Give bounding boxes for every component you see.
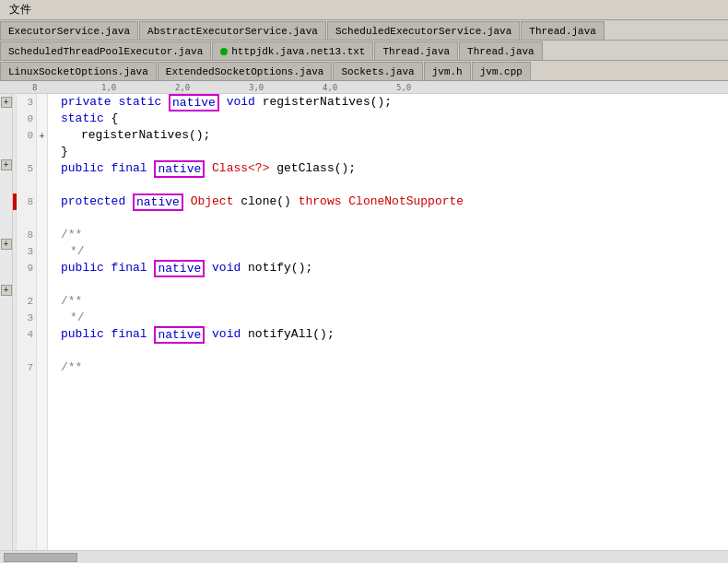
- file-menu[interactable]: 文件: [4, 2, 37, 18]
- tab-abstract-executor[interactable]: AbstractExecutorService.java: [139, 21, 326, 40]
- line-num-3: 0: [17, 127, 36, 144]
- line-num-9: 8: [17, 227, 36, 243]
- tab-row-2: ScheduledThreadPoolExecutor.java httpjdk…: [0, 41, 728, 61]
- code-line-5: public final native Class<?> getClass();: [53, 160, 728, 177]
- tab-thread-1[interactable]: Thread.java: [521, 21, 605, 40]
- tab-httpjdk[interactable]: httpjdk.java.net13.txt: [212, 41, 373, 60]
- fold-row-10: [37, 243, 47, 260]
- line-num-11: 9: [17, 260, 36, 276]
- code-kw-void-1: void: [227, 94, 255, 111]
- tab-sockets[interactable]: Sockets.java: [333, 62, 422, 80]
- code-line-7: protected native Object clone() throws C…: [53, 194, 728, 210]
- code-kw-public4: public: [61, 326, 112, 343]
- code-comment-5: /**: [61, 359, 82, 376]
- modified-dot: [220, 48, 228, 55]
- code-line-14: */: [53, 310, 728, 326]
- code-line-6: [53, 177, 728, 194]
- code-kw-public2: public: [61, 160, 112, 177]
- code-comment-1: /**: [61, 227, 82, 243]
- code-kw-static2: static: [61, 111, 104, 127]
- tab-scheduled-threadpool[interactable]: ScheduledThreadPoolExecutor.java: [0, 41, 211, 60]
- tab-scheduled-executor-service[interactable]: ScheduledExecutorService.java: [327, 21, 520, 40]
- fold-button-2[interactable]: +: [1, 159, 12, 170]
- code-text-2: getClass();: [269, 160, 356, 177]
- code-line-9: /**: [53, 227, 728, 243]
- code-native-box-2: native: [154, 160, 205, 178]
- bottom-scrollbar[interactable]: [0, 550, 728, 563]
- line-num-7: 8: [17, 194, 36, 210]
- code-line-1: private static native void registerNativ…: [53, 94, 728, 111]
- tab-extended-socket[interactable]: ExtendedSocketOptions.java: [158, 62, 333, 80]
- code-line-11: public final native void notify();: [53, 260, 728, 276]
- line-num-13: 2: [17, 293, 36, 310]
- code-kw-final4: final: [112, 326, 155, 343]
- tab-row-3: LinuxSocketOptions.java ExtendedSocketOp…: [0, 61, 728, 81]
- code-space-5: [205, 326, 212, 343]
- line-num-6: [17, 177, 36, 194]
- error-marker: [13, 194, 17, 210]
- error-indicator-bar: [13, 94, 17, 550]
- code-text-3: clone(): [233, 194, 298, 210]
- fold-row-11: [37, 260, 47, 276]
- code-text-5: notifyAll();: [241, 326, 334, 343]
- code-kw-final3: final: [112, 260, 155, 276]
- fold-row-16: [37, 343, 47, 359]
- fold-row-9: [37, 227, 47, 243]
- ruler-mark-0: 8: [32, 83, 37, 92]
- fold-row-15: [37, 326, 47, 343]
- fold-button-1[interactable]: +: [1, 97, 12, 108]
- code-line-3: registerNatives();: [53, 127, 728, 144]
- code-space-4: [205, 260, 212, 276]
- fold-row-8: [37, 210, 47, 227]
- line-num-10: 3: [17, 243, 36, 260]
- fold-button-3[interactable]: +: [1, 239, 12, 250]
- line-num-17: 7: [17, 359, 36, 376]
- code-line-2: static {: [53, 111, 728, 127]
- code-line-15: public final native void notifyAll();: [53, 326, 728, 343]
- code-content[interactable]: private static native void registerNativ…: [48, 94, 728, 550]
- code-line-16: [53, 343, 728, 359]
- tab-executor-service[interactable]: ExecutorService.java: [0, 21, 138, 40]
- code-line-12: [53, 276, 728, 293]
- code-kw-class: Class<?>: [212, 160, 269, 177]
- fold-row-1: [37, 94, 47, 111]
- ruler-mark-3: 3,0: [249, 83, 264, 92]
- fold-row-7: [37, 194, 47, 210]
- code-line-8: [53, 210, 728, 227]
- line-num-5: 5: [17, 160, 36, 177]
- fold-column: +: [37, 94, 48, 550]
- code-line-4: }: [53, 144, 728, 160]
- code-space-3: [183, 194, 191, 210]
- tab-thread-2[interactable]: Thread.java: [374, 41, 458, 60]
- tab-jvm-h[interactable]: jvm.h: [424, 62, 471, 80]
- horizontal-scrollbar-thumb[interactable]: [4, 553, 77, 562]
- horizontal-scrollbar-track[interactable]: [4, 553, 724, 562]
- code-text-1: [219, 94, 227, 111]
- line-num-1: 3: [17, 94, 36, 111]
- code-kw-void2: void: [212, 260, 241, 276]
- ruler-mark-4: 4,0: [323, 83, 337, 92]
- code-kw-object: Object: [191, 194, 234, 210]
- fold-row-12: [37, 276, 47, 293]
- tab-thread-3[interactable]: Thread.java: [459, 41, 543, 60]
- code-comment-3: /**: [61, 293, 82, 310]
- code-text-1b: registerNatives();: [255, 94, 392, 111]
- fold-row-3[interactable]: +: [37, 127, 47, 144]
- tab-jvm-cpp[interactable]: jvm.cpp: [472, 62, 531, 80]
- fold-button-4[interactable]: +: [1, 285, 12, 296]
- tab-row-1: ExecutorService.java AbstractExecutorSer…: [0, 20, 728, 41]
- code-line-17: /**: [53, 359, 728, 376]
- editor-container: + + + + 3 0 0 5 8 8 3 9 2 3 4 7 +: [0, 94, 728, 550]
- code-native-box-5: native: [154, 326, 205, 344]
- code-kw-void3: void: [212, 326, 241, 343]
- fold-row-5: [37, 160, 47, 177]
- code-kw-static: static: [118, 94, 169, 111]
- fold-row-4: [37, 144, 47, 160]
- code-kw-public3: public: [61, 260, 112, 276]
- fold-row-17: [37, 359, 47, 376]
- tab-linux-socket[interactable]: LinuxSocketOptions.java: [0, 62, 157, 80]
- code-kw-throws: throws CloneNotSupporte: [299, 194, 464, 210]
- code-comment-4: */: [70, 310, 85, 326]
- ruler-mark-2: 2,0: [175, 83, 190, 92]
- fold-row-6: [37, 177, 47, 194]
